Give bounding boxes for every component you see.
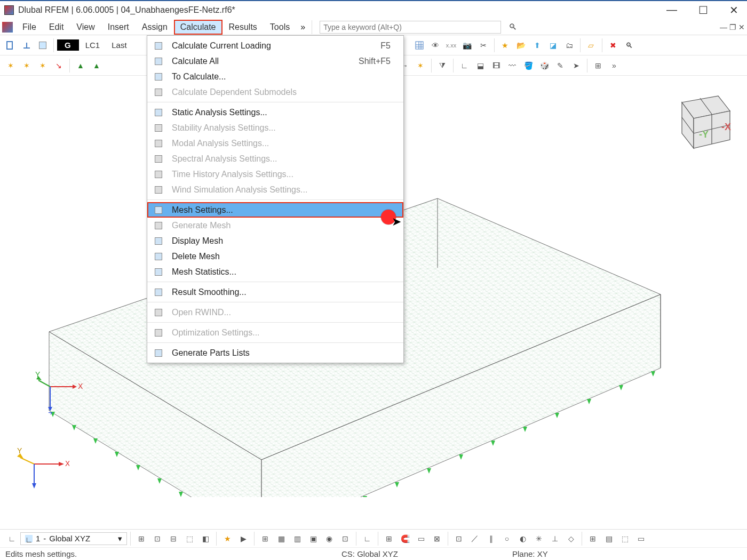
tb-section-icon[interactable]: ⬓ [473, 58, 488, 73]
bt-rect-icon[interactable]: ▭ [414, 531, 428, 546]
bt-view-2-icon[interactable]: ▦ [274, 531, 289, 546]
tb-film-icon[interactable]: 🎞 [489, 58, 504, 73]
menu-overflow-button[interactable]: » [296, 22, 309, 32]
bt-snap-1-icon[interactable]: ⊞ [134, 531, 149, 546]
doc-minimize-button[interactable]: — [720, 23, 727, 31]
load-combination-badge[interactable]: G [57, 39, 79, 51]
bt-magnet-icon[interactable]: 🧲 [398, 531, 412, 546]
tb-bucket-icon[interactable]: 🪣 [521, 58, 536, 73]
tb-send-icon[interactable]: ➤ [569, 58, 584, 73]
bt-snap-2-icon[interactable]: ⊡ [150, 531, 165, 546]
window-minimize-button[interactable]: — [662, 4, 681, 17]
tb-curve-icon[interactable]: 〰 [505, 58, 520, 73]
tb-grid2-icon[interactable]: ⊞ [591, 58, 606, 73]
tb-more-icon[interactable]: » [607, 58, 622, 73]
bt-mid-icon[interactable]: ◇ [563, 531, 578, 546]
menu-file[interactable]: File [16, 20, 43, 35]
tb-xxx-icon[interactable]: x.xx [444, 38, 459, 53]
tb-wand-icon[interactable]: ✎ [553, 58, 568, 73]
tb-folder-icon[interactable]: 📂 [514, 38, 529, 53]
menu-item-to-calculate[interactable]: To Calculate... [147, 69, 403, 84]
tb-filter-icon[interactable]: ⧩ [435, 58, 450, 73]
tb-star-icon[interactable]: ★ [498, 38, 513, 53]
menu-view[interactable]: View [70, 20, 101, 35]
menu-edit[interactable]: Edit [43, 20, 70, 35]
doc-restore-button[interactable]: ❐ [729, 23, 736, 31]
menu-insert[interactable]: Insert [101, 20, 136, 35]
tb-blocks-icon[interactable] [35, 38, 50, 53]
bt-snapgrid-icon[interactable]: ⊞ [382, 531, 396, 546]
bt-view-4-icon[interactable]: ▣ [306, 531, 321, 546]
bt-tan-icon[interactable]: ◐ [515, 531, 530, 546]
bt-fwd-icon[interactable]: ▶ [236, 531, 251, 546]
tb-visibility-icon[interactable]: 👁 [428, 38, 443, 53]
tb-load-3-icon[interactable]: ✶ [35, 58, 50, 73]
tb-new-icon[interactable] [3, 38, 18, 53]
tb-load-1-icon[interactable]: ✶ [3, 58, 18, 73]
tb-support-2-icon[interactable]: ▲ [89, 58, 104, 73]
menu-tools[interactable]: Tools [264, 20, 296, 35]
bt-angle-icon[interactable]: ∟ [360, 531, 375, 546]
tb-loadgen-icon[interactable]: ✶ [413, 58, 428, 73]
search-icon[interactable]: 🔍︎ [506, 21, 519, 34]
bt-loadstar-icon[interactable]: ★ [220, 531, 235, 546]
bt-perp-icon[interactable]: ⊥ [547, 531, 562, 546]
tb-camera-icon[interactable]: 📷 [460, 38, 475, 53]
bt-int-icon[interactable]: ✳ [531, 531, 546, 546]
menu-item-generate-parts-lists[interactable]: Generate Parts Lists [147, 345, 403, 361]
tb-sel-cross-icon[interactable]: ✖ [606, 38, 621, 53]
load-case-label[interactable]: LC1 [80, 41, 106, 50]
tb-support-icon[interactable] [19, 38, 34, 53]
bt-view-6-icon[interactable]: ⊡ [338, 531, 353, 546]
tb-dice-icon[interactable]: 🎲 [537, 58, 552, 73]
tb-cloud-icon[interactable]: ⬆ [530, 38, 545, 53]
menu-results[interactable]: Results [222, 20, 264, 35]
svg-marker-11 [179, 492, 183, 497]
nav-cube[interactable]: -Y -X [666, 85, 735, 155]
doc-close-button[interactable]: ✕ [738, 23, 745, 31]
menu-assign[interactable]: Assign [136, 20, 174, 35]
cs-name-label: Global XYZ [49, 534, 90, 543]
tb-stack-icon[interactable]: 🗂 [562, 38, 577, 53]
tb-support-1-icon[interactable]: ▲ [73, 58, 88, 73]
bt-snap-3-icon[interactable]: ⊟ [166, 531, 181, 546]
bt-line-icon[interactable]: ／ [467, 531, 482, 546]
bt-grid3-icon[interactable]: ⊞ [585, 531, 600, 546]
menu-item-display-mesh[interactable]: Display Mesh [147, 233, 403, 249]
bt-view-1-icon[interactable]: ⊞ [258, 531, 273, 546]
bt-circ-icon[interactable]: ○ [499, 531, 514, 546]
bt-doc-icon[interactable]: ▤ [601, 531, 616, 546]
bt-view-3-icon[interactable]: ▥ [290, 531, 305, 546]
tb-search2-icon[interactable]: 🔍︎ [622, 38, 637, 53]
menu-item-static-analysis-settings[interactable]: Static Analysis Settings... [147, 105, 403, 120]
tb-load-4-icon[interactable]: ↘ [51, 58, 66, 73]
menu-item-delete-mesh[interactable]: Delete Mesh [147, 249, 403, 264]
menu-item-result-smoothing[interactable]: Result Smoothing... [147, 284, 403, 300]
bt-endpt-icon[interactable]: ⊡ [451, 531, 466, 546]
menu-item-calculate-current-loading[interactable]: Calculate Current LoadingF5 [147, 38, 403, 53]
bt-crossbox-icon[interactable]: ⊠ [430, 531, 444, 546]
tb-clip-icon[interactable]: ✂ [476, 38, 491, 53]
bt-snap-5-icon[interactable]: ◧ [198, 531, 213, 546]
tb-sheet-icon[interactable]: ◪ [546, 38, 561, 53]
menu-item-mesh-statistics[interactable]: Mesh Statistics... [147, 264, 403, 279]
window-maximize-button[interactable]: ☐ [694, 4, 712, 17]
bt-par-icon[interactable]: ∥ [483, 531, 498, 546]
search-input[interactable] [320, 21, 501, 34]
menu-item-calculate-all[interactable]: Calculate AllShift+F5 [147, 53, 403, 69]
bt-view-5-icon[interactable]: ◉ [322, 531, 337, 546]
menu-calculate[interactable]: Calculate [174, 20, 222, 35]
window-close-button[interactable]: ✕ [725, 4, 743, 17]
bt-cs-icon[interactable]: ∟ [4, 531, 19, 546]
coordinate-system-select[interactable]: ∟ 1 - Global XYZ ▾ [20, 532, 127, 545]
bt-iso-icon[interactable]: ⬚ [617, 531, 632, 546]
rwind-icon [153, 307, 164, 318]
tb-load-2-icon[interactable]: ✶ [19, 58, 34, 73]
tb-axes-icon[interactable]: ∟ [457, 58, 472, 73]
menu-item-mesh-settings[interactable]: Mesh Settings... [147, 202, 403, 218]
bt-snap-4-icon[interactable]: ⬚ [182, 531, 197, 546]
bt-elev-icon[interactable]: ▭ [633, 531, 648, 546]
tb-grid-icon[interactable] [412, 38, 427, 53]
last-label[interactable]: Last [106, 41, 132, 50]
tb-draw-icon[interactable]: ▱ [584, 38, 599, 53]
